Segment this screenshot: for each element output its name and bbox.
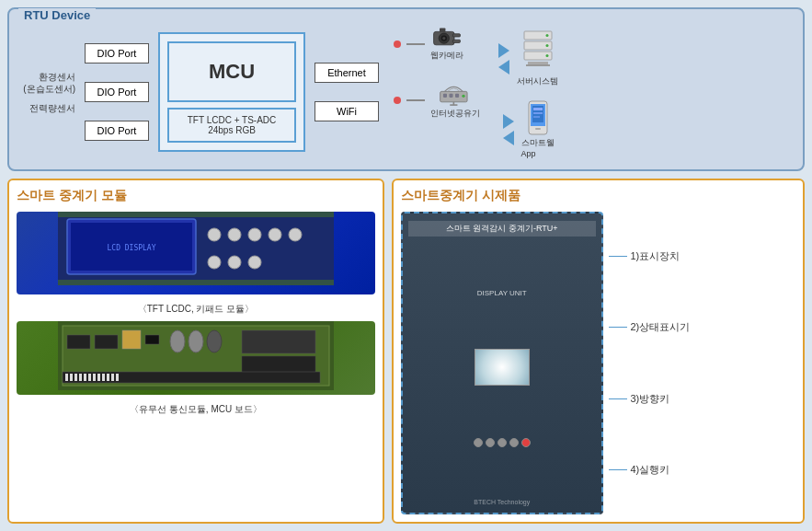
router-icon — [439, 80, 472, 106]
svg-point-19 — [545, 54, 548, 57]
svg-rect-47 — [122, 330, 141, 349]
device-col-left: 웹카메라 — [394, 26, 480, 120]
svg-point-38 — [208, 256, 221, 269]
svg-rect-24 — [535, 128, 541, 130]
svg-rect-4 — [452, 34, 460, 37]
smartphone-device: 스마트웰App — [521, 100, 555, 158]
right-devices: 웹카메라 — [394, 26, 558, 158]
rtu-inner: 환경센서(온습도센서) 전력량센서 DIO Port DIO Port DIO … — [20, 26, 792, 158]
btn-4 — [509, 438, 519, 447]
svg-rect-5 — [452, 40, 460, 42]
detail-direction-text: 3)방향키 — [631, 392, 670, 406]
arrow-left-2 — [503, 131, 514, 145]
ethernet-conn-row: 웹카메라 — [394, 26, 480, 62]
detail-line-1 — [609, 256, 627, 257]
lcd-photo: LCD DISPLAY — [17, 212, 375, 294]
server-device: 서버시스템 — [517, 29, 558, 87]
svg-rect-57 — [74, 374, 77, 381]
svg-rect-46 — [95, 335, 118, 349]
brand-text: BTECH Technology — [474, 499, 530, 505]
dio-port-2: DIO Port — [85, 82, 149, 102]
right-ports: Ethernet WiFi — [315, 63, 379, 121]
main-container: RTU Device 환경센서(온습도센서) 전력량센서 DIO Port DI… — [0, 0, 812, 531]
router-label: 인터넷공유기 — [430, 108, 480, 120]
detail-direction: 3)방향키 — [609, 392, 796, 406]
detail-status-text: 2)상태표시기 — [631, 320, 691, 334]
pcb-photo — [17, 321, 375, 395]
svg-point-33 — [208, 228, 221, 241]
rtu-section: RTU Device 환경센서(온습도센서) 전력량센서 DIO Port DI… — [7, 7, 805, 171]
detail-display-text: 1)표시장치 — [631, 249, 680, 263]
router-device: 인터넷공유기 — [430, 80, 480, 120]
svg-rect-45 — [67, 335, 90, 349]
svg-point-36 — [269, 228, 281, 241]
svg-point-51 — [207, 330, 222, 352]
wifi-dot — [394, 97, 401, 104]
detail-line-3 — [609, 398, 627, 399]
pcb-photo-svg — [17, 321, 375, 390]
svg-rect-21 — [526, 64, 550, 66]
svg-rect-63 — [102, 374, 105, 381]
svg-point-34 — [228, 228, 241, 241]
power-sensor-label: 전력량센서 — [20, 102, 75, 114]
rtu-content-row: 스마트 원격감시 중계기-RTU+ DISPLAY UNIT — [401, 212, 795, 514]
detail-execute-text: 4)실행키 — [631, 463, 670, 477]
webcam-device: 웹카메라 — [430, 26, 463, 62]
lcd-caption: 〈TFT LCDC, 키패드 모듈〉 — [17, 303, 375, 316]
svg-rect-56 — [70, 374, 73, 381]
display-unit-label: DISPLAY UNIT — [477, 289, 527, 297]
server-label: 서버시스템 — [517, 75, 558, 87]
server-row: 서버시스템 — [495, 29, 558, 87]
arrow-pair-2 — [499, 114, 518, 145]
webcam-label: 웹카메라 — [430, 50, 463, 62]
svg-rect-54 — [63, 372, 320, 383]
svg-point-49 — [170, 330, 185, 352]
bottom-left-title: 스마트 중계기 모듈 — [17, 188, 375, 204]
svg-rect-66 — [116, 374, 119, 381]
svg-point-40 — [248, 256, 261, 269]
camera-icon — [432, 26, 462, 48]
arrow-pair — [495, 43, 513, 75]
svg-point-35 — [248, 228, 261, 241]
svg-rect-27 — [533, 112, 543, 114]
svg-point-18 — [545, 44, 548, 47]
wifi-line — [406, 99, 425, 101]
svg-rect-65 — [111, 374, 114, 381]
bottom-right-title: 스마트중계기 시제품 — [401, 188, 795, 204]
wifi-port: WiFi — [315, 101, 379, 121]
svg-rect-41 — [58, 212, 334, 217]
svg-point-39 — [228, 256, 241, 269]
svg-rect-28 — [533, 116, 540, 118]
detail-line-4 — [609, 469, 627, 470]
env-sensor-label: 환경센서(온습도센서) — [20, 71, 75, 95]
lcd-photo-svg: LCD DISPLAY — [17, 212, 375, 285]
svg-text:LCD DISPLAY: LCD DISPLAY — [108, 244, 156, 252]
arrow-right-1 — [498, 43, 509, 58]
app-row: 스마트웰App — [499, 100, 555, 158]
svg-rect-42 — [58, 280, 334, 285]
svg-rect-58 — [79, 374, 82, 381]
device-title-bar: 스마트 원격감시 중계기-RTU+ — [408, 221, 596, 237]
device-details: 1)표시장치 2)상태표시기 3)방향키 4)실행키 — [609, 212, 796, 514]
mcu-sub-label: TFT LCDC + TS-ADC24bps RGB — [167, 108, 296, 143]
svg-rect-10 — [455, 94, 459, 98]
svg-rect-8 — [443, 94, 447, 98]
svg-rect-64 — [107, 374, 109, 381]
mcu-label: MCU — [167, 41, 296, 102]
bottom-left-panel: 스마트 중계기 모듈 LCD DISPLAY — [7, 179, 384, 524]
dio-port-1: DIO Port — [85, 43, 149, 63]
btn-2 — [486, 438, 495, 447]
svg-rect-48 — [145, 335, 159, 344]
app-label: 스마트웰App — [521, 137, 555, 158]
svg-rect-60 — [88, 374, 91, 381]
svg-point-11 — [462, 95, 464, 98]
bottom-section: 스마트 중계기 모듈 LCD DISPLAY — [7, 179, 805, 524]
svg-point-17 — [545, 34, 548, 37]
detail-status: 2)상태표시기 — [609, 320, 796, 334]
mcu-outer: MCU TFT LCDC + TS-ADC24bps RGB — [158, 32, 305, 152]
detail-display: 1)표시장치 — [609, 249, 796, 263]
left-labels: 환경센서(온습도센서) 전력량센서 — [20, 71, 75, 114]
svg-rect-26 — [533, 108, 543, 110]
detail-execute: 4)실행키 — [609, 463, 796, 477]
svg-point-37 — [289, 228, 302, 241]
